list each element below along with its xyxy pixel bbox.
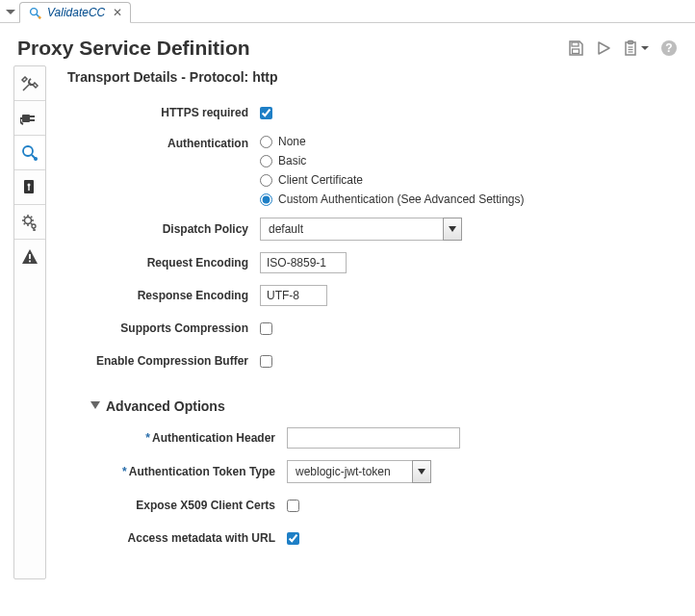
- editor-tabbar: ValidateCC ✕: [0, 0, 695, 23]
- page-title: Proxy Service Definition: [17, 37, 250, 60]
- request-encoding-input[interactable]: [260, 252, 347, 273]
- caret-down-icon: [449, 226, 456, 232]
- auth-radio-client-cert[interactable]: [260, 174, 272, 187]
- svg-marker-36: [449, 226, 456, 232]
- svg-point-22: [25, 217, 32, 223]
- floppy-icon: [567, 39, 584, 57]
- page-header: Proxy Service Definition: [0, 23, 695, 65]
- svg-line-30: [24, 223, 25, 224]
- svg-marker-5: [599, 42, 609, 54]
- svg-point-18: [34, 157, 38, 161]
- auth-label-none: None: [278, 135, 306, 148]
- caret-down-icon: [6, 10, 15, 14]
- content-panel: Transport Details - Protocol: http HTTPS…: [46, 65, 695, 579]
- row-auth-header: *Authentication Header: [94, 427, 678, 449]
- label-access-metadata-url: Access metadata with URL: [94, 529, 287, 547]
- row-expose-x509: Expose X509 Client Certs: [94, 495, 678, 516]
- row-https-required: HTTPS required: [67, 102, 678, 123]
- access-metadata-url-checkbox[interactable]: [287, 532, 299, 545]
- tab-list-dropdown[interactable]: [2, 1, 19, 22]
- auth-label-client-cert: Client Certificate: [278, 173, 363, 187]
- svg-rect-34: [29, 254, 31, 259]
- advanced-options-header[interactable]: Advanced Options: [90, 398, 678, 414]
- row-dispatch-policy: Dispatch Policy: [67, 218, 678, 241]
- side-tab-alerts[interactable]: [14, 240, 45, 274]
- disclosure-icon: [90, 401, 100, 411]
- side-tab-security[interactable]: [14, 205, 45, 240]
- dispatch-policy-select[interactable]: [260, 218, 678, 241]
- section-title: Transport Details - Protocol: http: [67, 69, 678, 85]
- auth-option-basic[interactable]: Basic: [260, 154, 678, 167]
- auth-header-input[interactable]: [287, 427, 460, 449]
- main-area: Transport Details - Protocol: http HTTPS…: [0, 65, 695, 579]
- label-auth-token-type: *Authentication Token Type: [94, 463, 287, 480]
- auth-option-none[interactable]: None: [260, 135, 678, 148]
- auth-radio-basic[interactable]: [260, 155, 272, 167]
- caret-down-icon: [418, 469, 425, 475]
- svg-point-31: [32, 224, 36, 228]
- label-request-encoding: Request Encoding: [67, 254, 260, 271]
- label-auth-header: *Authentication Header: [94, 429, 287, 447]
- row-response-encoding: Response Encoding: [67, 285, 678, 306]
- clipboard-menu-button[interactable]: [623, 39, 649, 57]
- label-authentication: Authentication: [67, 135, 260, 152]
- auth-label-custom: Custom Authentication (See Advanced Sett…: [278, 192, 525, 206]
- proxy-service-tab-icon: [28, 6, 41, 19]
- supports-compression-checkbox[interactable]: [260, 322, 272, 335]
- save-button[interactable]: [567, 39, 584, 57]
- plug-icon: [20, 109, 39, 128]
- auth-option-custom[interactable]: Custom Authentication (See Advanced Sett…: [260, 192, 678, 206]
- svg-marker-38: [418, 469, 425, 475]
- gear-key-icon: [20, 213, 39, 232]
- label-supports-compression: Supports Compression: [67, 320, 260, 337]
- auth-radio-custom[interactable]: [260, 193, 272, 206]
- svg-rect-35: [29, 261, 31, 263]
- tab-close-button[interactable]: ✕: [113, 6, 122, 19]
- side-tabs: [13, 65, 46, 579]
- svg-line-28: [31, 223, 32, 224]
- row-request-encoding: Request Encoding: [67, 252, 678, 273]
- caret-down-icon: [641, 46, 649, 50]
- expose-x509-checkbox[interactable]: [287, 500, 299, 512]
- svg-rect-21: [28, 186, 29, 191]
- advanced-options-title: Advanced Options: [106, 398, 225, 414]
- enable-compression-buffer-checkbox[interactable]: [260, 355, 272, 368]
- label-response-encoding: Response Encoding: [67, 287, 260, 304]
- tab-validatecc[interactable]: ValidateCC ✕: [19, 2, 131, 23]
- label-https-required: HTTPS required: [67, 104, 260, 121]
- auth-radio-none[interactable]: [260, 136, 272, 148]
- play-icon: [596, 40, 611, 56]
- search-key-icon: [20, 143, 39, 163]
- header-toolbar: ?: [567, 39, 678, 57]
- label-enable-compression-buffer: Enable Compression Buffer: [67, 352, 260, 370]
- run-button[interactable]: [596, 40, 611, 56]
- svg-line-29: [31, 216, 32, 217]
- label-dispatch-policy: Dispatch Policy: [67, 220, 260, 238]
- svg-point-0: [31, 9, 38, 15]
- row-authentication: Authentication None Basic Client Certifi…: [67, 135, 678, 206]
- warning-icon: [20, 247, 39, 267]
- svg-rect-13: [22, 115, 30, 122]
- svg-rect-4: [573, 49, 579, 54]
- tab-label: ValidateCC: [47, 6, 105, 19]
- svg-text:?: ?: [665, 41, 672, 55]
- response-encoding-input[interactable]: [260, 285, 327, 306]
- help-button[interactable]: ?: [660, 39, 678, 57]
- tools-icon: [20, 74, 39, 93]
- side-tab-transport[interactable]: [14, 101, 45, 136]
- row-enable-compression-buffer: Enable Compression Buffer: [67, 350, 678, 372]
- https-required-checkbox[interactable]: [260, 107, 272, 119]
- svg-rect-3: [572, 42, 579, 46]
- clipboard-icon: [623, 39, 638, 57]
- auth-option-client-cert[interactable]: Client Certificate: [260, 173, 678, 187]
- side-tab-general[interactable]: [14, 66, 45, 101]
- auth-token-type-dropdown-button[interactable]: [412, 460, 431, 483]
- auth-token-type-value[interactable]: [287, 460, 412, 483]
- side-tab-transport-details[interactable]: [14, 136, 45, 170]
- auth-label-basic: Basic: [278, 154, 306, 167]
- dispatch-policy-dropdown-button[interactable]: [443, 218, 462, 241]
- dispatch-policy-value[interactable]: [260, 218, 443, 241]
- row-access-metadata-url: Access metadata with URL: [94, 527, 678, 549]
- side-tab-message[interactable]: [14, 170, 45, 205]
- auth-token-type-select[interactable]: [287, 460, 678, 483]
